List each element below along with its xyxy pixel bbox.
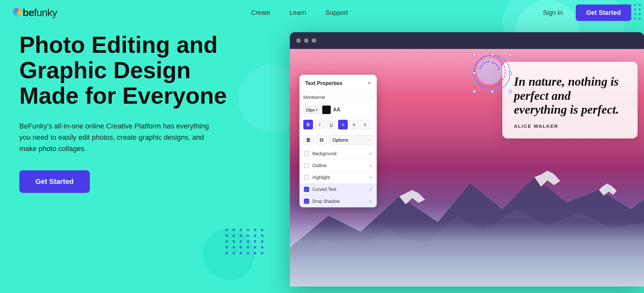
options-button[interactable]: Options › <box>329 135 373 145</box>
clouds-layer <box>290 222 644 287</box>
outline-option-left: Outline <box>304 163 327 168</box>
handle-bottom-right[interactable] <box>509 90 512 93</box>
outline-option-row[interactable]: Outline ∨ <box>299 160 377 172</box>
underline-button[interactable]: U <box>327 120 336 129</box>
drop-shadow-chevron-icon: ∨ <box>369 199 372 203</box>
font-name-label: Montserrat <box>303 95 325 100</box>
quote-author: ALICE WALKER <box>514 123 626 129</box>
curved-text-checkbox[interactable] <box>304 187 309 192</box>
handle-bottom-left[interactable] <box>473 90 476 93</box>
highlight-chevron-icon: ∨ <box>369 175 372 180</box>
panel-header: Text Properties × <box>299 75 377 92</box>
italic-button[interactable]: I <box>315 120 325 129</box>
align-center-button[interactable]: ≡ <box>349 120 359 129</box>
align-left-button[interactable]: ≡ <box>338 120 348 129</box>
copy-button[interactable]: ⧉ <box>316 135 327 145</box>
browser-bar <box>290 32 644 49</box>
font-size-value: 19px <box>306 108 315 112</box>
browser-content: Text Properties × Montserrat › 19px ⬆ AA <box>290 49 644 287</box>
highlight-checkbox[interactable] <box>304 175 309 180</box>
text-case-icon[interactable]: AA <box>333 107 340 113</box>
quote-card: In nature, nothing is perfect and everyt… <box>502 62 638 138</box>
curved-text-option-row[interactable]: Curved Text ∨ <box>299 184 377 195</box>
font-row[interactable]: Montserrat › <box>299 92 377 103</box>
browser-dot-1 <box>296 38 301 43</box>
dots-grid-decoration <box>225 229 265 254</box>
drop-shadow-option-row[interactable]: Drop Shadow ∨ <box>299 195 377 207</box>
outline-label: Outline <box>312 163 327 168</box>
outline-chevron-icon: ∨ <box>369 163 372 168</box>
alignment-buttons: ≡ ≡ ≡ <box>338 120 370 129</box>
outline-checkbox[interactable] <box>304 163 309 168</box>
color-swatch[interactable] <box>322 105 331 114</box>
format-buttons-row: B I U ≡ ≡ ≡ <box>299 117 377 132</box>
highlight-label: Highlight <box>312 175 330 180</box>
handle-left-middle[interactable] <box>473 71 476 75</box>
nav-get-started-button[interactable]: Get Started <box>576 5 631 21</box>
browser-dot-2 <box>304 38 308 43</box>
align-right-button[interactable]: ≡ <box>360 120 370 129</box>
nav-links: Create Learn Support <box>251 9 348 16</box>
curved-text-option-left: Curved Text <box>304 187 336 192</box>
options-label: Options <box>333 137 348 143</box>
highlight-option-row[interactable]: Highlight ∨ <box>299 172 377 184</box>
handle-top-left[interactable] <box>473 53 476 56</box>
panel-title: Text Properties <box>305 80 342 86</box>
hero-title: Photo Editing and Graphic Design Made fo… <box>19 32 254 109</box>
font-selector[interactable]: Montserrat › <box>303 95 373 100</box>
browser-mockup: Text Properties × Montserrat › 19px ⬆ AA <box>290 32 644 287</box>
tools-row: 🗑 ⧉ Options › <box>299 132 377 148</box>
logo[interactable]: befunky <box>13 7 57 19</box>
background-option-row[interactable]: Background ∨ <box>299 148 377 160</box>
background-label: Background <box>312 151 336 156</box>
nav-support[interactable]: Support <box>326 9 348 16</box>
size-stepper[interactable]: ⬆ <box>315 108 318 112</box>
handle-right-middle[interactable] <box>509 71 512 75</box>
browser-dot-3 <box>312 38 316 43</box>
font-size-input[interactable]: 19px ⬆ <box>303 106 320 114</box>
logo-icon <box>13 8 22 17</box>
curved-text-label: Curved Text <box>312 187 336 192</box>
background-chevron-icon: ∨ <box>369 151 372 156</box>
options-chevron-icon: › <box>368 138 369 142</box>
size-color-row: 19px ⬆ AA <box>299 103 377 117</box>
handle-top-middle[interactable] <box>491 53 494 56</box>
bold-button[interactable]: B <box>303 120 313 129</box>
logo-funky: funky <box>34 7 57 19</box>
nav-learn[interactable]: Learn <box>289 9 306 16</box>
handle-bottom-middle[interactable] <box>491 90 494 93</box>
nav-create[interactable]: Create <box>251 9 270 16</box>
highlight-option-left: Highlight <box>304 175 330 180</box>
sign-in-link[interactable]: Sign In <box>543 9 563 16</box>
background-checkbox[interactable] <box>304 151 309 156</box>
badge-selection-handles <box>474 55 510 91</box>
hero-get-started-button[interactable]: Get Started <box>19 170 90 193</box>
delete-button[interactable]: 🗑 <box>303 135 314 145</box>
handle-top-right[interactable] <box>509 53 512 56</box>
background-option-left: Background <box>304 151 336 156</box>
drop-shadow-checkbox[interactable] <box>304 199 309 204</box>
font-chevron-icon: › <box>372 95 373 99</box>
drop-shadow-option-left: Drop Shadow <box>304 199 340 204</box>
panel-close-button[interactable]: × <box>367 80 371 87</box>
nav-right: Sign In Get Started <box>543 5 631 21</box>
text-properties-panel: Text Properties × Montserrat › 19px ⬆ AA <box>299 75 377 207</box>
curved-text-chevron-icon: ∨ <box>369 187 372 192</box>
quote-text: In nature, nothing is perfect and everyt… <box>514 75 626 117</box>
hero-left: Photo Editing and Graphic Design Made fo… <box>19 32 254 193</box>
drop-shadow-label: Drop Shadow <box>312 199 340 204</box>
logo-be: be <box>23 7 34 19</box>
navbar: befunky Create Learn Support Sign In Get… <box>0 0 644 25</box>
hero-subtitle: BeFunky's all-in-one online Creative Pla… <box>19 120 219 155</box>
